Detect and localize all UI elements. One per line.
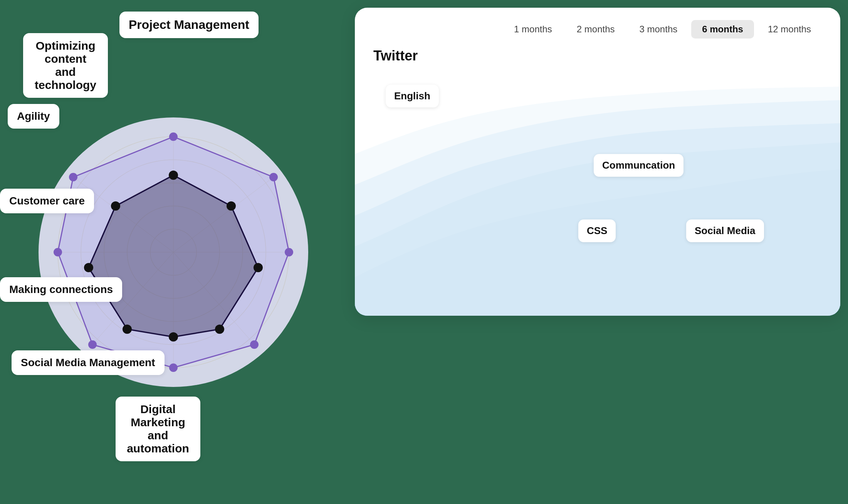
area-label-communication: Communcation: [594, 154, 683, 177]
svg-point-18: [169, 363, 178, 372]
svg-point-16: [285, 248, 293, 256]
filter-1month[interactable]: 1 months: [503, 20, 563, 39]
filter-2months[interactable]: 2 months: [566, 20, 626, 39]
svg-point-17: [250, 340, 259, 349]
svg-point-27: [169, 332, 178, 342]
time-filter-bar: 1 months 2 months 3 months 6 months 12 m…: [355, 8, 840, 39]
svg-point-29: [84, 263, 93, 272]
label-social-media-management: Social Media Management: [12, 350, 165, 375]
area-label-english: English: [386, 85, 439, 107]
label-digital-marketing: Digital Marketingand automation: [116, 397, 200, 461]
main-container: Optimizing contentand technology Project…: [0, 0, 848, 504]
svg-point-15: [269, 173, 278, 181]
label-customer-care: Customer care: [0, 189, 94, 213]
area-label-css: CSS: [578, 219, 616, 242]
radar-chart: [35, 114, 312, 391]
svg-point-28: [123, 325, 132, 334]
svg-point-23: [169, 171, 178, 180]
filter-3months[interactable]: 3 months: [629, 20, 688, 39]
svg-point-14: [169, 132, 178, 141]
area-label-social-media: Social Media: [686, 219, 764, 242]
svg-point-20: [54, 248, 62, 256]
filter-12months[interactable]: 12 months: [757, 20, 822, 39]
label-making-connections: Making connections: [0, 277, 122, 302]
label-optimizing: Optimizing contentand technology: [23, 33, 108, 98]
time-filters: 1 months 2 months 3 months 6 months 12 m…: [503, 20, 822, 39]
filter-6months[interactable]: 6 months: [691, 20, 754, 39]
radar-section: Optimizing contentand technology Project…: [0, 0, 347, 504]
svg-point-24: [227, 201, 236, 211]
svg-point-30: [111, 201, 120, 211]
chart-panel: 1 months 2 months 3 months 6 months 12 m…: [355, 8, 840, 316]
svg-point-19: [88, 340, 97, 349]
label-project-management: Project Management: [119, 12, 259, 38]
svg-point-26: [215, 325, 224, 334]
svg-point-25: [254, 263, 263, 272]
label-agility: Agility: [8, 104, 59, 129]
svg-point-21: [69, 173, 77, 181]
